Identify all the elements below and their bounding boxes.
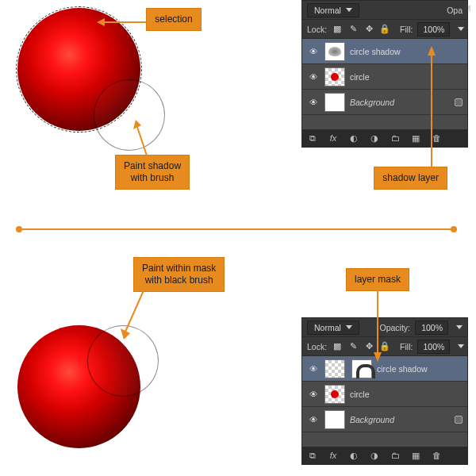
callout-selection: selection <box>146 8 202 31</box>
visibility-toggle[interactable]: 👁 <box>307 72 320 82</box>
layer-mask-icon[interactable]: ◐ <box>348 133 359 144</box>
fill-label: Fill: <box>400 342 413 351</box>
chevron-down-icon[interactable] <box>458 27 464 31</box>
layer-thumbnail[interactable] <box>324 67 345 86</box>
blend-mode-select[interactable]: Normal <box>307 321 359 335</box>
lock-position-icon[interactable]: ✥ <box>363 341 374 352</box>
layer-thumbnail[interactable] <box>324 93 345 112</box>
delete-layer-icon[interactable]: 🗑 <box>431 451 442 460</box>
callout-paint-mask: Paint within mask with black brush <box>133 257 225 292</box>
panel-footer: ⧉ fx ◐ ◑ 🗀 ▦ 🗑 <box>302 447 467 464</box>
fill-label: Fill: <box>400 25 413 34</box>
blend-row: Normal Opa <box>302 1 467 20</box>
layers-empty-space <box>302 115 467 129</box>
layer-thumbnail[interactable] <box>324 42 345 61</box>
layer-thumbnail[interactable] <box>324 410 345 429</box>
red-dot-icon <box>331 73 339 81</box>
blend-mode-select[interactable]: Normal <box>307 3 359 17</box>
layer-row-circle[interactable]: 👁 circle <box>302 64 467 90</box>
layers-list: 👁 circle shadow 👁 circle 👁 Background <box>302 356 467 447</box>
example-bottom: Paint within mask with black brush Norma… <box>0 238 476 476</box>
fill-value[interactable]: 100% <box>417 340 450 354</box>
blend-mode-value: Normal <box>314 6 341 15</box>
layer-mask-thumbnail[interactable] <box>351 359 372 378</box>
callout-paint-shadow: Paint shadow with brush <box>115 155 190 190</box>
fill-value[interactable]: 100% <box>417 22 450 36</box>
lock-all-icon[interactable]: 🔒 <box>379 24 390 35</box>
new-layer-icon[interactable]: ▦ <box>410 133 421 144</box>
visibility-toggle[interactable]: 👁 <box>307 390 320 399</box>
lock-position-icon[interactable]: ✥ <box>363 24 374 35</box>
layer-name: circle <box>350 390 370 399</box>
chevron-down-icon[interactable] <box>458 344 464 348</box>
panel-footer: ⧉ fx ◐ ◑ 🗀 ▦ 🗑 <box>302 129 467 147</box>
opacity-value[interactable]: 100% <box>415 321 448 335</box>
link-layers-icon[interactable]: ⧉ <box>307 451 318 461</box>
delete-layer-icon[interactable]: 🗑 <box>431 133 442 143</box>
lock-row: Lock: ▩ ✎ ✥ 🔒 Fill: 100% <box>302 337 467 356</box>
new-layer-icon[interactable]: ▦ <box>410 451 421 461</box>
section-divider <box>19 228 454 230</box>
lock-all-icon[interactable]: 🔒 <box>379 341 390 352</box>
opacity-label: Opacity: <box>379 323 410 332</box>
layer-name: circle shadow <box>350 47 401 56</box>
fx-icon[interactable]: fx <box>328 133 339 143</box>
brush-outline-circle <box>87 325 159 397</box>
layer-name: circle <box>350 72 370 82</box>
layers-panel-bottom: Normal Opacity: 100% Lock: ▩ ✎ ✥ 🔒 Fill:… <box>301 317 468 465</box>
layers-panel-top: Normal Opa Lock: ▩ ✎ ✥ 🔒 Fill: 100% 👁 c <box>301 0 468 148</box>
lock-label: Lock: <box>307 342 327 351</box>
layers-list: 👁 circle shadow 👁 circle 👁 Background <box>302 39 467 129</box>
layer-thumbnail[interactable] <box>324 385 345 404</box>
lock-pixels-icon[interactable]: ✎ <box>347 24 359 35</box>
layers-empty-space <box>302 432 467 447</box>
layer-row-circle-shadow[interactable]: 👁 circle shadow <box>302 39 467 64</box>
visibility-toggle[interactable]: 👁 <box>307 47 320 56</box>
chevron-down-icon <box>346 325 352 329</box>
group-icon[interactable]: 🗀 <box>390 133 401 143</box>
layer-row-background[interactable]: 👁 Background <box>302 407 467 432</box>
opacity-label: Opa <box>447 6 463 15</box>
layer-row-circle[interactable]: 👁 circle <box>302 382 467 407</box>
callout-layer-mask: layer mask <box>346 268 409 291</box>
lock-transparency-icon[interactable]: ▩ <box>332 341 343 352</box>
layer-name: Background <box>350 98 394 107</box>
lock-icons-group: ▩ ✎ ✥ 🔒 <box>332 341 390 352</box>
adjustment-layer-icon[interactable]: ◑ <box>369 451 380 461</box>
lock-transparency-icon[interactable]: ▩ <box>332 24 343 35</box>
adjustment-layer-icon[interactable]: ◑ <box>369 133 380 144</box>
chevron-down-icon[interactable] <box>456 325 463 329</box>
group-icon[interactable]: 🗀 <box>390 451 401 460</box>
lock-row: Lock: ▩ ✎ ✥ 🔒 Fill: 100% <box>302 20 467 39</box>
visibility-toggle[interactable]: 👁 <box>307 364 320 374</box>
visibility-toggle[interactable]: 👁 <box>307 415 320 424</box>
callout-shadow-layer: shadow layer <box>374 167 447 190</box>
layer-row-background[interactable]: 👁 Background <box>302 90 467 115</box>
layer-mask-icon[interactable]: ◐ <box>348 451 359 461</box>
layer-name: circle shadow <box>377 364 428 374</box>
example-top: selection Paint shadow with brush Normal… <box>0 0 476 222</box>
layer-thumbnail[interactable] <box>324 359 345 378</box>
brush-outline-circle <box>94 79 165 151</box>
layer-name: Background <box>350 415 394 424</box>
layer-row-circle-shadow[interactable]: 👁 circle shadow <box>302 356 467 382</box>
lock-label: Lock: <box>307 25 327 34</box>
lock-icon <box>455 98 463 106</box>
visibility-toggle[interactable]: 👁 <box>307 98 320 107</box>
link-layers-icon[interactable]: ⧉ <box>307 133 318 144</box>
red-dot-icon <box>331 390 339 398</box>
chevron-down-icon <box>346 8 352 12</box>
lock-icon <box>455 416 463 424</box>
blend-mode-value: Normal <box>314 323 341 332</box>
lock-icons-group: ▩ ✎ ✥ 🔒 <box>332 24 390 35</box>
blend-row: Normal Opacity: 100% <box>302 318 467 337</box>
lock-pixels-icon[interactable]: ✎ <box>347 341 359 352</box>
fx-icon[interactable]: fx <box>328 451 339 460</box>
